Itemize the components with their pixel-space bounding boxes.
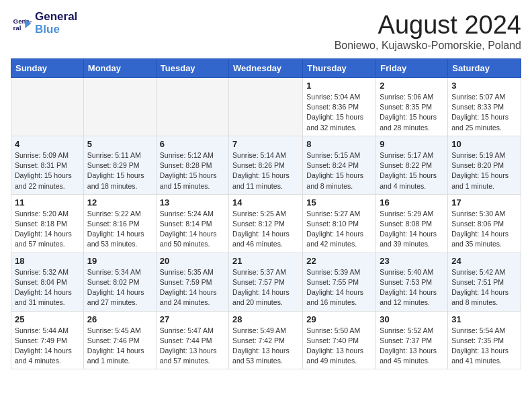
day-number: 2 [380,81,444,91]
day-info: Sunrise: 5:04 AM Sunset: 8:36 PM Dayligh… [306,92,372,133]
day-number: 26 [87,314,152,324]
header-row: SundayMondayTuesdayWednesdayThursdayFrid… [11,59,521,78]
day-number: 6 [160,139,225,149]
day-cell: 29Sunrise: 5:50 AM Sunset: 7:40 PM Dayli… [303,311,376,369]
day-info: Sunrise: 5:34 AM Sunset: 8:02 PM Dayligh… [87,267,152,308]
col-header-friday: Friday [376,59,448,78]
day-info: Sunrise: 5:14 AM Sunset: 8:26 PM Dayligh… [232,150,299,191]
day-cell: 20Sunrise: 5:35 AM Sunset: 7:59 PM Dayli… [156,253,228,311]
svg-text:ral: ral [13,24,21,31]
day-info: Sunrise: 5:09 AM Sunset: 8:31 PM Dayligh… [15,150,80,191]
col-header-saturday: Saturday [448,59,521,78]
col-header-monday: Monday [83,59,156,78]
day-info: Sunrise: 5:32 AM Sunset: 8:04 PM Dayligh… [15,267,80,308]
title-block: August 2024 Boniewo, Kujawsko-Pomorskie,… [335,11,521,52]
day-number: 10 [451,139,517,149]
day-cell: 24Sunrise: 5:42 AM Sunset: 7:51 PM Dayli… [448,253,521,311]
day-cell: 30Sunrise: 5:52 AM Sunset: 7:37 PM Dayli… [376,311,448,369]
day-info: Sunrise: 5:29 AM Sunset: 8:08 PM Dayligh… [380,209,444,250]
day-number: 13 [160,197,225,208]
day-cell [156,78,228,136]
day-number: 18 [15,256,80,266]
day-number: 5 [87,139,152,149]
day-info: Sunrise: 5:11 AM Sunset: 8:29 PM Dayligh… [87,150,152,191]
day-info: Sunrise: 5:12 AM Sunset: 8:28 PM Dayligh… [160,150,225,191]
day-cell: 1Sunrise: 5:04 AM Sunset: 8:36 PM Daylig… [303,78,376,136]
day-number: 23 [380,256,444,266]
day-cell: 10Sunrise: 5:19 AM Sunset: 8:20 PM Dayli… [448,136,521,194]
day-number: 29 [306,314,372,324]
day-info: Sunrise: 5:47 AM Sunset: 7:44 PM Dayligh… [160,326,225,367]
col-header-tuesday: Tuesday [156,59,228,78]
day-cell: 15Sunrise: 5:27 AM Sunset: 8:10 PM Dayli… [303,194,376,253]
col-header-wednesday: Wednesday [229,59,303,78]
day-cell: 13Sunrise: 5:24 AM Sunset: 8:14 PM Dayli… [156,194,228,253]
day-cell: 11Sunrise: 5:20 AM Sunset: 8:18 PM Dayli… [11,194,84,253]
day-cell: 8Sunrise: 5:15 AM Sunset: 8:24 PM Daylig… [303,136,376,194]
day-info: Sunrise: 5:24 AM Sunset: 8:14 PM Dayligh… [160,209,225,250]
week-row-2: 4Sunrise: 5:09 AM Sunset: 8:31 PM Daylig… [11,136,521,194]
logo: Gene- ral General Blue [11,11,77,36]
day-number: 8 [306,139,372,149]
day-info: Sunrise: 5:15 AM Sunset: 8:24 PM Dayligh… [306,150,372,191]
day-info: Sunrise: 5:50 AM Sunset: 7:40 PM Dayligh… [306,326,372,367]
day-number: 1 [306,81,372,91]
day-number: 4 [15,139,80,149]
day-info: Sunrise: 5:07 AM Sunset: 8:33 PM Dayligh… [451,92,517,133]
day-number: 12 [87,197,152,208]
day-info: Sunrise: 5:42 AM Sunset: 7:51 PM Dayligh… [451,267,517,308]
day-info: Sunrise: 5:39 AM Sunset: 7:55 PM Dayligh… [306,267,372,308]
day-cell [11,78,84,136]
day-number: 3 [451,81,517,91]
day-number: 11 [15,197,80,208]
day-info: Sunrise: 5:27 AM Sunset: 8:10 PM Dayligh… [306,209,372,250]
week-row-4: 18Sunrise: 5:32 AM Sunset: 8:04 PM Dayli… [11,253,521,311]
day-number: 28 [232,314,299,324]
day-cell: 2Sunrise: 5:06 AM Sunset: 8:35 PM Daylig… [376,78,448,136]
day-cell: 28Sunrise: 5:49 AM Sunset: 7:42 PM Dayli… [229,311,303,369]
logo-line2: Blue [35,24,77,36]
day-cell: 18Sunrise: 5:32 AM Sunset: 8:04 PM Dayli… [11,253,84,311]
calendar-table: SundayMondayTuesdayWednesdayThursdayFrid… [11,58,521,369]
day-info: Sunrise: 5:44 AM Sunset: 7:49 PM Dayligh… [15,326,80,367]
day-number: 9 [380,139,444,149]
day-cell: 21Sunrise: 5:37 AM Sunset: 7:57 PM Dayli… [229,253,303,311]
day-cell: 22Sunrise: 5:39 AM Sunset: 7:55 PM Dayli… [303,253,376,311]
col-header-thursday: Thursday [303,59,376,78]
day-info: Sunrise: 5:25 AM Sunset: 8:12 PM Dayligh… [232,209,299,250]
col-header-sunday: Sunday [11,59,84,78]
day-cell: 31Sunrise: 5:54 AM Sunset: 7:35 PM Dayli… [448,311,521,369]
day-number: 15 [306,197,372,208]
day-cell: 23Sunrise: 5:40 AM Sunset: 7:53 PM Dayli… [376,253,448,311]
day-number: 21 [232,256,299,266]
day-number: 20 [160,256,225,266]
day-number: 16 [380,197,444,208]
week-row-3: 11Sunrise: 5:20 AM Sunset: 8:18 PM Dayli… [11,194,521,253]
day-cell: 6Sunrise: 5:12 AM Sunset: 8:28 PM Daylig… [156,136,228,194]
day-cell: 25Sunrise: 5:44 AM Sunset: 7:49 PM Dayli… [11,311,84,369]
day-info: Sunrise: 5:54 AM Sunset: 7:35 PM Dayligh… [451,326,517,367]
week-row-1: 1Sunrise: 5:04 AM Sunset: 8:36 PM Daylig… [11,78,521,136]
day-info: Sunrise: 5:35 AM Sunset: 7:59 PM Dayligh… [160,267,225,308]
day-cell: 19Sunrise: 5:34 AM Sunset: 8:02 PM Dayli… [83,253,156,311]
day-cell: 3Sunrise: 5:07 AM Sunset: 8:33 PM Daylig… [448,78,521,136]
day-cell: 12Sunrise: 5:22 AM Sunset: 8:16 PM Dayli… [83,194,156,253]
location: Boniewo, Kujawsko-Pomorskie, Poland [335,40,521,52]
day-info: Sunrise: 5:06 AM Sunset: 8:35 PM Dayligh… [380,92,444,133]
day-info: Sunrise: 5:22 AM Sunset: 8:16 PM Dayligh… [87,209,152,250]
day-info: Sunrise: 5:19 AM Sunset: 8:20 PM Dayligh… [451,150,517,191]
day-number: 24 [451,256,517,266]
day-info: Sunrise: 5:49 AM Sunset: 7:42 PM Dayligh… [232,326,299,367]
day-info: Sunrise: 5:45 AM Sunset: 7:46 PM Dayligh… [87,326,152,367]
day-cell [229,78,303,136]
day-info: Sunrise: 5:20 AM Sunset: 8:18 PM Dayligh… [15,209,80,250]
day-cell: 14Sunrise: 5:25 AM Sunset: 8:12 PM Dayli… [229,194,303,253]
page-header: Gene- ral General Blue August 2024 Bonie… [11,11,521,52]
day-number: 14 [232,197,299,208]
day-cell: 27Sunrise: 5:47 AM Sunset: 7:44 PM Dayli… [156,311,228,369]
day-info: Sunrise: 5:30 AM Sunset: 8:06 PM Dayligh… [451,209,517,250]
day-number: 27 [160,314,225,324]
day-cell: 16Sunrise: 5:29 AM Sunset: 8:08 PM Dayli… [376,194,448,253]
day-number: 22 [306,256,372,266]
day-cell [83,78,156,136]
